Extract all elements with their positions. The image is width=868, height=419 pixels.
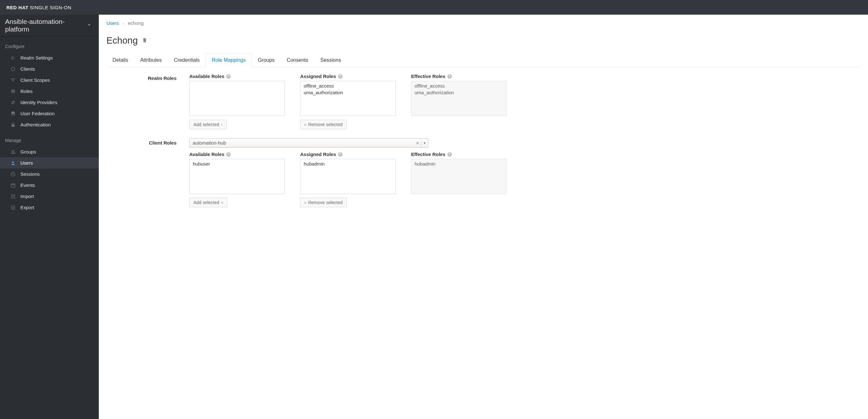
realm-name: Ansible-automation-platform: [5, 18, 87, 33]
client-add-selected-button[interactable]: Add selected »: [189, 198, 227, 207]
tab-credentials[interactable]: Credentials: [168, 53, 206, 67]
role-option: offline_access: [414, 83, 503, 89]
help-icon[interactable]: ?: [338, 74, 343, 78]
sidebar-configure-items: Realm SettingsClientsClient ScopesRolesI…: [0, 52, 99, 130]
sidebar-item-label: Events: [21, 183, 35, 188]
sidebar-item-import[interactable]: Import: [0, 191, 99, 202]
btn-label: Add selected: [193, 200, 219, 205]
client-select-value: automation-hub: [190, 138, 414, 148]
breadcrumb-separator: ›: [123, 21, 124, 26]
role-option: uma_authorization: [414, 89, 503, 96]
client-roles-label: Client Roles: [106, 138, 189, 207]
sidebar: Ansible-automation-platform Configure Re…: [0, 14, 99, 419]
help-icon[interactable]: ?: [447, 152, 452, 157]
tab-role-mappings[interactable]: Role Mappings: [206, 53, 252, 67]
brand: RED HAT SINGLE SIGN-ON: [6, 5, 71, 10]
sidebar-item-label: Groups: [21, 149, 36, 154]
realm-selector[interactable]: Ansible-automation-platform: [0, 14, 99, 36]
sidebar-item-label: Export: [21, 205, 34, 210]
brand-redhat: RED HAT: [6, 5, 28, 10]
btn-label: Add selected: [193, 122, 219, 127]
sidebar-item-label: Client Scopes: [21, 77, 50, 83]
sidebar-item-label: Identity Providers: [21, 100, 57, 105]
client-available-listbox[interactable]: hubuser: [189, 159, 285, 194]
client-select-clear-icon[interactable]: ✕: [414, 138, 421, 148]
sidebar-item-events[interactable]: Events: [0, 180, 99, 191]
cubes-icon: [10, 78, 16, 83]
page-title: Echong: [106, 35, 138, 46]
role-option: hubadmin: [414, 160, 503, 167]
realm-assigned-listbox[interactable]: offline_accessuma_authorization: [300, 81, 396, 116]
sidebar-item-client-scopes[interactable]: Client Scopes: [0, 74, 99, 86]
tabs: DetailsAttributesCredentialsRole Mapping…: [106, 53, 860, 67]
realm-assigned-label: Assigned Roles: [300, 73, 336, 79]
sliders-icon: [10, 55, 16, 61]
client-select-dropdown-icon[interactable]: ▼: [421, 138, 428, 148]
help-icon[interactable]: ?: [226, 74, 231, 78]
svg-point-3: [12, 161, 14, 163]
client-effective-listbox: hubadmin: [411, 159, 507, 194]
chevron-right-icon: ›: [221, 123, 222, 126]
breadcrumb-users-link[interactable]: Users: [106, 20, 119, 26]
sidebar-item-clients[interactable]: Clients: [0, 63, 99, 74]
tab-details[interactable]: Details: [106, 53, 134, 67]
help-icon[interactable]: ?: [226, 152, 231, 157]
breadcrumb: Users › echong: [106, 20, 860, 26]
sidebar-item-label: Sessions: [21, 171, 40, 177]
sidebar-item-roles[interactable]: Roles: [0, 86, 99, 97]
sidebar-item-label: Users: [21, 160, 33, 166]
svg-point-2: [13, 150, 15, 152]
client-remove-selected-button[interactable]: « Remove selected: [300, 198, 347, 207]
role-option[interactable]: hubadmin: [304, 160, 392, 167]
tab-consents[interactable]: Consents: [281, 53, 314, 67]
chevron-right-double-icon: »: [221, 201, 223, 204]
users-icon: [10, 149, 16, 154]
main-content: Users › echong Echong DetailsAttributesC…: [99, 14, 868, 419]
lock-icon: [10, 122, 16, 127]
sidebar-manage-items: GroupsUsersSessionsEventsImportExport: [0, 146, 99, 213]
breadcrumb-current: echong: [128, 20, 144, 26]
realm-add-selected-button[interactable]: Add selected ›: [189, 120, 226, 129]
client-available-label: Available Roles: [189, 152, 224, 157]
realm-effective-listbox: offline_accessuma_authorization: [411, 81, 507, 116]
tab-groups[interactable]: Groups: [252, 53, 280, 67]
topbar: RED HAT SINGLE SIGN-ON: [0, 0, 868, 14]
chevron-down-icon: [87, 23, 91, 28]
user-icon: [10, 160, 16, 166]
tab-attributes[interactable]: Attributes: [134, 53, 168, 67]
role-option[interactable]: uma_authorization: [304, 89, 392, 96]
client-assigned-label: Assigned Roles: [300, 152, 336, 157]
transfer-icon: [10, 100, 16, 105]
realm-available-label: Available Roles: [189, 73, 224, 79]
sidebar-item-label: Import: [21, 194, 34, 199]
brand-product: SINGLE SIGN-ON: [30, 5, 71, 10]
sidebar-item-export[interactable]: Export: [0, 202, 99, 213]
client-effective-label: Effective Roles: [411, 152, 445, 157]
sidebar-item-sessions[interactable]: Sessions: [0, 168, 99, 180]
realm-roles-label: Realm Roles: [106, 73, 189, 129]
realm-remove-selected-button[interactable]: « Remove selected: [300, 120, 347, 129]
role-option[interactable]: offline_access: [304, 83, 392, 89]
realm-effective-label: Effective Roles: [411, 73, 445, 79]
sidebar-item-authentication[interactable]: Authentication: [0, 119, 99, 130]
export-icon: [10, 205, 16, 210]
btn-label: Remove selected: [308, 200, 343, 205]
delete-user-icon[interactable]: [142, 38, 147, 44]
sidebar-item-groups[interactable]: Groups: [0, 146, 99, 157]
sidebar-item-realm-settings[interactable]: Realm Settings: [0, 52, 99, 63]
import-icon: [10, 194, 16, 199]
sidebar-item-identity-providers[interactable]: Identity Providers: [0, 97, 99, 108]
list-icon: [10, 89, 16, 94]
client-select-combobox[interactable]: automation-hub ✕ ▼: [189, 138, 428, 148]
realm-available-listbox[interactable]: [189, 81, 285, 116]
chevron-left-double-icon: «: [304, 123, 306, 126]
help-icon[interactable]: ?: [447, 74, 452, 78]
tab-sessions[interactable]: Sessions: [314, 53, 347, 67]
help-icon[interactable]: ?: [338, 152, 343, 157]
svg-rect-5: [11, 184, 15, 187]
role-option[interactable]: hubuser: [193, 160, 281, 167]
client-assigned-listbox[interactable]: hubadmin: [300, 159, 396, 194]
cube-icon: [10, 67, 16, 72]
sidebar-item-users[interactable]: Users: [0, 157, 99, 168]
sidebar-item-user-federation[interactable]: User Federation: [0, 108, 99, 119]
